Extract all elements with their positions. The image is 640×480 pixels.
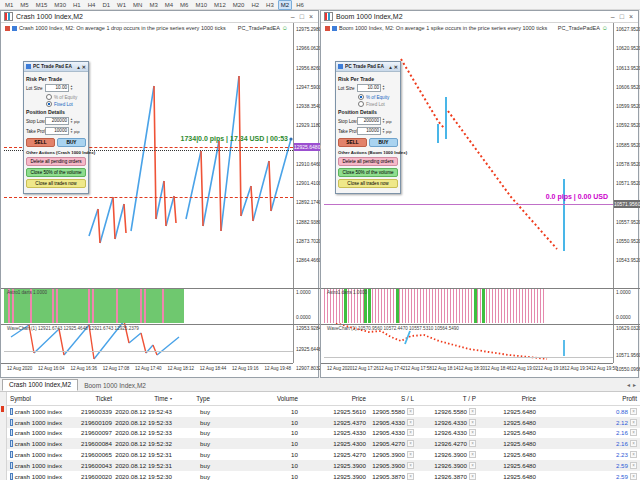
timeframe-button[interactable]: M3 — [146, 0, 160, 10]
buy-button[interactable]: BUY — [369, 138, 398, 147]
column-header-time[interactable]: Time▾ — [115, 395, 175, 402]
close-order-icon[interactable]: × — [407, 440, 414, 447]
close-order-icon[interactable]: × — [630, 451, 637, 458]
stop-loss-input[interactable]: 200000 — [45, 117, 69, 125]
close-order-icon[interactable]: × — [630, 429, 637, 436]
column-header-price[interactable]: Price — [301, 395, 369, 402]
table-row[interactable]: crash 1000 index2196000202020.08.12 19:5… — [7, 471, 640, 480]
ea-panel-titlebar[interactable]: PC Trade Pad EA ▴ ✕ — [336, 62, 400, 72]
close-order-icon[interactable]: × — [630, 408, 637, 415]
table-row[interactable]: crash 1000 index2196000652020.08.12 19:5… — [7, 449, 640, 460]
close-order-icon[interactable]: × — [407, 408, 414, 415]
fixed-lot-radio[interactable]: Fixed Lot — [46, 101, 86, 107]
stop-loss-stepper[interactable]: ▲▼ — [70, 118, 73, 124]
subwindow-separator[interactable] — [321, 324, 640, 325]
close-order-icon[interactable]: × — [469, 429, 476, 436]
close-half-button[interactable]: Close 50% of the volume — [26, 168, 86, 177]
take-profit-input[interactable]: 10000 — [45, 127, 69, 135]
tab-scroll-right-icon[interactable]: ▸ — [633, 381, 636, 388]
timeframe-button[interactable]: MN — [130, 0, 145, 10]
timeframe-button[interactable]: D1 — [99, 0, 113, 10]
close-order-icon[interactable]: × — [407, 429, 414, 436]
close-order-icon[interactable]: × — [469, 419, 476, 426]
column-header-current-price[interactable]: Price — [479, 395, 539, 402]
close-button[interactable]: × — [629, 13, 633, 20]
close-order-icon[interactable]: × — [469, 451, 476, 458]
timeframe-button[interactable]: M6 — [177, 0, 191, 10]
timeframe-button[interactable]: H2 — [248, 0, 262, 10]
timeframe-button[interactable]: M30 — [51, 0, 69, 10]
close-order-icon[interactable]: × — [407, 473, 414, 480]
delete-pending-button[interactable]: Delete all pending orders — [338, 157, 398, 166]
lot-size-stepper[interactable]: ▲▼ — [70, 85, 73, 91]
timeframe-button[interactable]: H6 — [293, 0, 307, 10]
ea-collapse-button[interactable]: ▴ — [389, 64, 392, 70]
close-order-icon[interactable]: × — [407, 451, 414, 458]
close-order-icon[interactable]: × — [469, 473, 476, 480]
close-order-icon[interactable]: × — [630, 419, 637, 426]
table-row[interactable]: crash 1000 index2196001092020.08.12 19:5… — [7, 417, 640, 428]
sl-line[interactable] — [4, 197, 293, 198]
table-row[interactable]: crash 1000 index2196003392020.08.12 19:5… — [7, 406, 640, 417]
fixed-lot-radio[interactable]: Fixed Lot — [358, 101, 398, 107]
timeframe-button[interactable]: M12 — [211, 0, 229, 10]
percent-equity-radio[interactable]: % of Equity — [46, 94, 86, 100]
timeframe-button[interactable]: M1 — [2, 0, 16, 10]
close-all-button[interactable]: Close all trades now — [338, 179, 398, 188]
take-profit-stepper[interactable]: ▲▼ — [70, 128, 73, 134]
timeframe-button[interactable]: M4 — [162, 0, 176, 10]
buy-button[interactable]: BUY — [57, 138, 86, 147]
column-header-tp[interactable]: T / P — [417, 395, 479, 402]
restore-button[interactable]: □ — [620, 13, 624, 20]
timeframe-button[interactable]: M15 — [33, 0, 51, 10]
restore-button[interactable]: □ — [300, 13, 304, 20]
close-button[interactable]: × — [309, 13, 313, 20]
table-row[interactable]: crash 1000 index2196000972020.08.12 19:5… — [7, 428, 640, 439]
close-order-icon[interactable]: × — [407, 419, 414, 426]
ea-close-button[interactable]: ✕ — [394, 64, 398, 70]
chart-tab-boom[interactable]: Boom 1000 Index,M2 — [78, 381, 152, 391]
timeframe-button[interactable]: M2 — [278, 0, 292, 10]
tab-scroll-left-icon[interactable]: ◂ — [627, 381, 630, 388]
column-header-profit[interactable]: Profit — [539, 395, 640, 402]
timeframe-button[interactable]: H1 — [70, 0, 84, 10]
close-all-button[interactable]: Close all trades now — [26, 179, 86, 188]
close-order-icon[interactable]: × — [630, 440, 637, 447]
close-order-icon[interactable]: × — [469, 462, 476, 469]
lot-size-stepper[interactable]: ▲▼ — [382, 85, 385, 91]
stop-loss-input[interactable]: 200000 — [357, 117, 381, 125]
stop-loss-stepper[interactable]: ▲▼ — [382, 118, 385, 124]
close-order-icon[interactable]: × — [630, 473, 637, 480]
close-order-icon[interactable]: × — [407, 462, 414, 469]
take-profit-input[interactable]: 10000 — [357, 127, 381, 135]
timeframe-button[interactable]: M5 — [17, 0, 31, 10]
timeframe-button[interactable]: M10 — [192, 0, 210, 10]
timeframe-button[interactable]: W1 — [114, 0, 129, 10]
table-row[interactable]: crash 1000 index2196000432020.08.12 19:5… — [7, 460, 640, 471]
take-profit-stepper[interactable]: ▲▼ — [382, 128, 385, 134]
sell-button[interactable]: SELL — [26, 138, 55, 147]
window-titlebar[interactable]: Crash 1000 Index,M2 – □ × — [1, 11, 318, 23]
ea-close-button[interactable]: ✕ — [82, 64, 86, 70]
delete-pending-button[interactable]: Delete all pending orders — [26, 157, 86, 166]
sell-button[interactable]: SELL — [338, 138, 367, 147]
percent-equity-radio[interactable]: % of Equity — [358, 94, 398, 100]
timeframe-button[interactable]: H4 — [85, 0, 99, 10]
ea-panel-titlebar[interactable]: PC Trade Pad EA ▴ ✕ — [24, 62, 88, 72]
ea-collapse-button[interactable]: ▴ — [77, 64, 80, 70]
close-order-icon[interactable]: × — [630, 462, 637, 469]
column-header-symbol[interactable]: Symbol — [7, 395, 65, 402]
chart-tab-crash[interactable]: Crash 1000 Index,M2 — [2, 379, 78, 391]
lot-size-input[interactable]: 10.00 — [45, 84, 69, 92]
trade-level-line[interactable] — [324, 204, 614, 205]
column-header-volume[interactable]: Volume — [213, 395, 301, 402]
table-row[interactable]: crash 1000 index2196000842020.08.12 19:5… — [7, 438, 640, 449]
column-header-type[interactable]: Type — [175, 395, 213, 402]
minimize-button[interactable]: – — [611, 13, 615, 20]
minimize-button[interactable]: – — [291, 13, 295, 20]
column-header-ticket[interactable]: Ticket — [65, 395, 115, 402]
column-header-sl[interactable]: S / L — [369, 395, 417, 402]
close-half-button[interactable]: Close 50% of the volume — [338, 168, 398, 177]
close-order-icon[interactable]: × — [469, 440, 476, 447]
close-order-icon[interactable]: × — [469, 408, 476, 415]
